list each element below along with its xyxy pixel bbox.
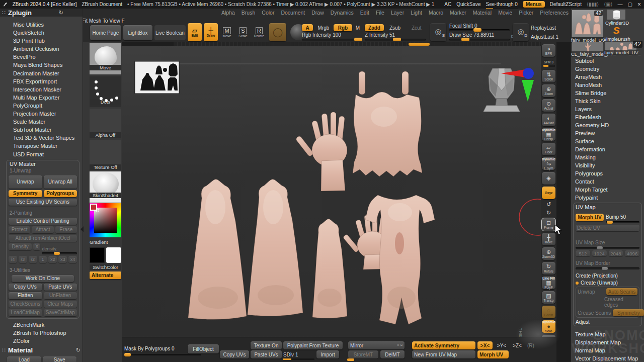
brush-toggle-icon[interactable]: ⟨▣⟩: [604, 2, 612, 7]
z-intensity-slider[interactable]: Z Intensity 51: [365, 32, 426, 41]
simplebrush-tool-thumb[interactable]: S: [607, 26, 625, 36]
rotate-right-icon[interactable]: ↻: [542, 210, 555, 216]
sidebar-plugin-item[interactable]: Transpose Master: [0, 142, 83, 150]
paste-uvs-bottom-button[interactable]: Paste UVs: [251, 350, 282, 358]
texture-on-button[interactable]: Texture On: [251, 341, 282, 349]
sidebar-plugin-item[interactable]: QuickSketch: [0, 29, 83, 37]
symmetry-z-toggle[interactable]: >Z<: [510, 341, 524, 349]
scale-button[interactable]: S Scale: [236, 23, 250, 41]
cylinder3d-tool-thumb[interactable]: [607, 10, 625, 20]
sidebar-plugin-item[interactable]: Misc Utilities: [0, 21, 83, 29]
sidebar-plugin-item[interactable]: PolyGroupIt: [0, 102, 83, 110]
density-divisor-button[interactable]: /2: [29, 256, 37, 263]
sidebar-plugin-item[interactable]: USD Format: [0, 150, 83, 158]
zplugin-palette-header[interactable]: ∷ Zplugin ↻: [0, 9, 83, 17]
close-button[interactable]: ×: [637, 1, 641, 8]
menu-item[interactable]: Movie: [498, 10, 512, 16]
zoom-button[interactable]: ⊕ Zoom: [542, 84, 555, 97]
current-brush-button[interactable]: ◯: [269, 23, 286, 41]
unflatten-button[interactable]: UnFlatten: [44, 292, 77, 299]
menu-item[interactable]: Layer: [391, 10, 404, 16]
sidebar-plugin-item[interactable]: Scale Master: [0, 118, 83, 126]
tool-section-item[interactable]: Surface: [571, 137, 644, 145]
symmetry-toggle[interactable]: Symmetry: [9, 190, 42, 197]
create-projection-header[interactable]: Create (Projection): [576, 273, 618, 279]
menu-item[interactable]: Macro: [429, 10, 443, 16]
timeline-strip[interactable]: [174, 42, 541, 46]
crease-seams-button[interactable]: Crease Seams: [578, 309, 611, 316]
alpha-picker-button[interactable]: ◎ D: [513, 23, 529, 41]
color-picker[interactable]: [90, 203, 121, 237]
tool-section-item[interactable]: Visibility: [571, 161, 644, 169]
work-on-clone-button[interactable]: Work On Clone: [12, 275, 74, 282]
sidebar-plugin-item[interactable]: Multi Map Exporter: [0, 94, 83, 102]
symmetry-r-label[interactable]: (R): [527, 343, 534, 348]
menu-item[interactable]: File: [376, 10, 384, 16]
menu-item[interactable]: Picker: [519, 10, 533, 16]
uv-size-preset-button[interactable]: 1024: [592, 250, 607, 256]
density-divisor-button[interactable]: 1: [39, 256, 47, 263]
menu-item[interactable]: Material: [473, 10, 492, 16]
active-brush-thumb[interactable]: Move: [90, 43, 121, 74]
stroke-picker-button[interactable]: ◎ S: [430, 23, 446, 41]
load-ctrl-map-button[interactable]: LoadCtrlMap: [9, 309, 42, 316]
quicksave-button[interactable]: QuickSave: [456, 2, 480, 7]
copy-uvs-bottom-button[interactable]: Copy UVs: [220, 350, 249, 358]
live-boolean-button[interactable]: Live Boolean: [154, 25, 186, 40]
stroke-thumb[interactable]: Dots: [90, 76, 121, 107]
tool-section-item[interactable]: Contact: [571, 177, 644, 186]
transp-button[interactable]: ▨ Transp: [542, 291, 555, 304]
zadd-toggle[interactable]: Zadd: [365, 24, 384, 31]
unwrap-all-button[interactable]: Unwrap All: [44, 175, 77, 189]
tool-section-item[interactable]: Texture Map: [571, 330, 644, 338]
color-a-toggle[interactable]: A: [302, 24, 313, 31]
tool-section-item[interactable]: Layers: [571, 105, 644, 113]
uv-size-preset-button[interactable]: 4096: [625, 250, 639, 256]
sidebar-plugin-item[interactable]: SubTool Master: [0, 126, 83, 134]
tool-section-item[interactable]: Geometry: [571, 65, 644, 73]
scroll-indicator[interactable]: [347, 358, 354, 361]
tool-section-item[interactable]: Morph Target: [571, 186, 644, 194]
rotate-left-icon[interactable]: ↺: [542, 201, 555, 208]
material-palette-header[interactable]: ∷ Material ↻: [0, 346, 83, 355]
tool-section-item[interactable]: Deformation: [571, 145, 644, 153]
density-divisor-button[interactable]: /3: [19, 256, 27, 263]
sidebar-plugin-item[interactable]: Maya Blend Shapes: [0, 61, 83, 69]
polyf-button[interactable]: Line Fill ▦ PolyF: [542, 277, 555, 289]
texture-thumb[interactable]: Texture Off: [90, 140, 121, 170]
uv-map-title[interactable]: UV Map: [576, 204, 639, 210]
sidebar-plugin-item[interactable]: ZBrush To Photoshop: [0, 329, 83, 337]
rgb-intensity-slider[interactable]: Rgb Intensity 100: [302, 32, 362, 41]
focal-shift-slider[interactable]: Focal Shift 0: [449, 23, 510, 31]
home-page-button[interactable]: Home Page: [90, 25, 121, 40]
copy-uvs-button[interactable]: Copy UVs: [9, 284, 42, 291]
edit-button[interactable]: ▱ Edit: [188, 23, 202, 41]
bump-slider[interactable]: Bump 50: [606, 212, 639, 223]
sidebar-plugin-item[interactable]: Ambient Occlusion: [0, 45, 83, 53]
sidebar-plugin-item[interactable]: ZBenchMark: [0, 321, 83, 329]
tool-section-item[interactable]: Displacement Map: [571, 338, 644, 346]
replay-last-button[interactable]: ReplayLast: [531, 24, 568, 32]
creased-edges-toggle[interactable]: Creased edges: [604, 297, 637, 308]
morph-uv-bottom-toggle[interactable]: Morph UV: [477, 350, 509, 358]
delete-uv-button[interactable]: Delete UV: [576, 225, 639, 231]
stroke-preview-icon[interactable]: ⟨▮▮▮⟩: [587, 2, 599, 7]
rotate-button[interactable]: R Rotate: [252, 23, 266, 41]
enable-control-painting-button[interactable]: Enable Control Painting: [9, 218, 77, 225]
del-mt-button[interactable]: DelMT: [380, 350, 405, 358]
uv-map-size-slider[interactable]: UV Map Size: [576, 237, 639, 249]
sidebar-plugin-item[interactable]: Projection Master: [0, 110, 83, 118]
scroll-button[interactable]: ⇅ Scroll: [542, 70, 555, 82]
uv-master-title[interactable]: UV Master: [9, 160, 77, 167]
erase-button[interactable]: Erase: [55, 226, 77, 233]
uv-size-preset-button[interactable]: 512: [576, 250, 590, 256]
clear-maps-button[interactable]: Clear Maps: [44, 301, 77, 308]
floor-button[interactable]: ▱ Floor: [542, 143, 555, 155]
rotate-3d-button[interactable]: ↻ Rotate: [542, 262, 555, 275]
material-load-button[interactable]: Load: [7, 356, 41, 362]
menu-item[interactable]: Document: [281, 10, 305, 16]
ghost-button[interactable]: ◌ Ghost: [542, 306, 555, 318]
density-divisor-button[interactable]: x4: [68, 256, 77, 263]
ac-button[interactable]: AC: [444, 2, 451, 7]
tool-section-item[interactable]: Normal Map: [571, 346, 644, 354]
